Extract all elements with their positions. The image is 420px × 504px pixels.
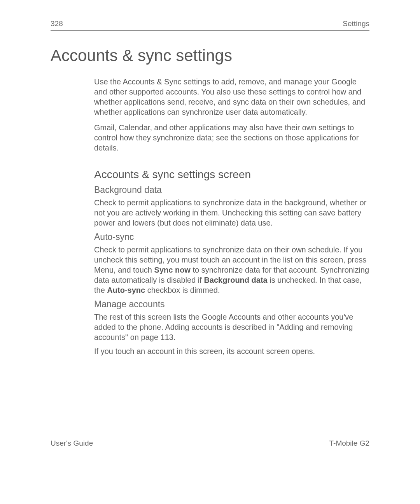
- content-block: Use the Accounts & Sync settings to add,…: [94, 77, 369, 356]
- auto-sync-text-end: checkbox is dimmed.: [145, 286, 220, 294]
- section-heading: Accounts & sync settings screen: [94, 168, 369, 181]
- manage-accounts-heading: Manage accounts: [94, 299, 369, 310]
- page-container: 328 Settings Accounts & sync settings Us…: [0, 0, 420, 356]
- intro-paragraph-1: Use the Accounts & Sync settings to add,…: [94, 77, 369, 117]
- auto-sync-text-pre: Check to permit applications to synchron…: [94, 245, 366, 264]
- background-data-text: Check to permit applications to synchron…: [94, 198, 369, 228]
- footer-right: T-Mobile G2: [329, 439, 369, 448]
- auto-sync-text: Check to permit applications to synchron…: [94, 245, 369, 295]
- chapter-name: Settings: [343, 19, 369, 28]
- menu-label: Menu: [94, 266, 114, 274]
- manage-accounts-para1: The rest of this screen lists the Google…: [94, 312, 369, 342]
- manage-accounts-para2: If you touch an account in this screen, …: [94, 346, 369, 356]
- background-data-label: Background data: [204, 276, 267, 284]
- auto-sync-heading: Auto-sync: [94, 232, 369, 242]
- page-footer: User's Guide T-Mobile G2: [51, 439, 369, 448]
- background-data-heading: Background data: [94, 185, 369, 195]
- footer-left: User's Guide: [51, 439, 93, 448]
- page-title: Accounts & sync settings: [51, 46, 369, 65]
- page-header: 328 Settings: [51, 19, 369, 31]
- sync-now-label: Sync now: [154, 266, 191, 274]
- auto-sync-text-mid1: , and touch: [114, 266, 154, 274]
- auto-sync-label: Auto-sync: [107, 286, 145, 294]
- intro-paragraph-2: Gmail, Calendar, and other applications …: [94, 122, 369, 153]
- page-number: 328: [51, 19, 63, 28]
